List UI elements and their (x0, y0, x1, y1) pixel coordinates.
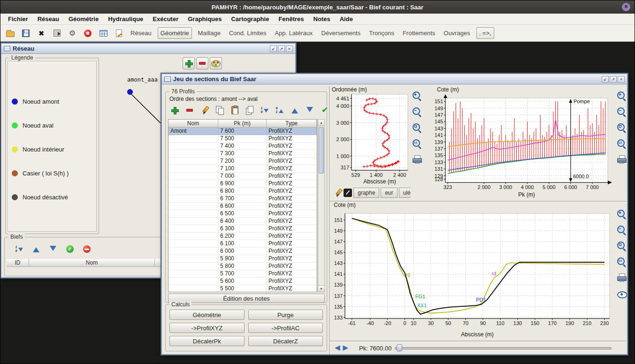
table-button[interactable] (97, 27, 109, 39)
move-down-button[interactable] (304, 104, 316, 116)
menu-cartographie[interactable]: Cartographie (226, 15, 274, 23)
profil-row[interactable]: 7 400ProfilXYZ (168, 143, 317, 150)
profil-row[interactable]: 6 000ProfilXYZ (168, 248, 317, 255)
plot-tab-ulees[interactable]: ulées (399, 188, 411, 198)
darkpen-button[interactable] (344, 187, 352, 199)
profil-row[interactable]: 6 900ProfilXYZ (168, 180, 317, 188)
copy-button[interactable] (214, 104, 226, 116)
move-up-button[interactable] (30, 243, 42, 255)
upstream-node[interactable] (128, 90, 133, 95)
plot-tab-graphe[interactable]: graphe (353, 188, 379, 198)
add-button[interactable] (168, 104, 181, 116)
sections-titlebar[interactable]: Jeu de sections du Bief Saar ↙↗× (162, 74, 627, 84)
edit-button[interactable] (199, 104, 211, 116)
cross-plot[interactable]: -61-40-200103050709011013015017019021023… (333, 208, 614, 339)
profil-row[interactable]: 7 500ProfilXYZ (168, 135, 317, 143)
profil-row[interactable]: 5 500ProfilXYZ (168, 285, 317, 292)
paste-button[interactable] (229, 104, 241, 116)
profil-row[interactable]: 6 200ProfilXYZ (168, 233, 317, 240)
network-remove-button[interactable] (196, 57, 208, 69)
plot-tab-eur[interactable]: eur (381, 188, 397, 198)
toolbar-maillage[interactable]: Maillage (196, 28, 223, 38)
plan-plot[interactable]: 5291 4002 4004 4614 0003 0002 0001 00031… (331, 91, 411, 186)
zoom-in-button[interactable]: + (411, 90, 423, 102)
save-button[interactable] (20, 27, 32, 39)
duplicate-button[interactable] (244, 104, 256, 116)
menu-fichier[interactable]: Fichier (3, 15, 33, 23)
zoom-out-button[interactable]: − (615, 224, 627, 236)
sort-asc-button[interactable]: 91 (274, 104, 286, 116)
zoom-sel-button[interactable] (411, 121, 423, 134)
app-titlebar[interactable]: PAMHYR : /home/parouby/MAGE/exemple_saar… (0, 0, 635, 14)
profil-row[interactable]: 7 300ProfilXYZ (168, 150, 317, 158)
zoom-in-button[interactable]: + (615, 90, 627, 102)
sort-desc-button[interactable]: 19 (259, 104, 271, 116)
zoom-in-button[interactable]: + (615, 208, 627, 220)
biefs-header-id[interactable]: ID (7, 259, 29, 267)
reseau-close-button[interactable]: × (286, 46, 293, 52)
toolbar-cond-limites[interactable]: Cond. Limites (227, 28, 268, 38)
calc-profilxyz-button[interactable]: ->ProfilXYZ (169, 323, 245, 333)
sections-close-button[interactable]: × (618, 76, 625, 83)
toolbar-frottements[interactable]: Frottements (400, 28, 437, 38)
zoom-sel-button[interactable] (615, 121, 627, 134)
menu-notes[interactable]: Notes (309, 15, 335, 23)
enable-button[interactable]: ✓ (64, 243, 76, 255)
scrollbar-thumb[interactable] (319, 127, 324, 174)
toolbar-geometrie[interactable]: Géométrie (158, 27, 192, 39)
profil-row[interactable]: 6 800ProfilXYZ (168, 188, 317, 195)
print-button[interactable] (615, 272, 627, 284)
toolbar-app-lateraux[interactable]: App. Latéraux (272, 28, 315, 38)
calc-profilac-button[interactable]: ->ProfilAC (248, 323, 323, 333)
profil-row[interactable]: 6 500ProfilXYZ (168, 210, 317, 218)
calc-purge-button[interactable]: Purge (248, 310, 323, 320)
visible-button[interactable] (615, 288, 627, 300)
menu-aide[interactable]: Aide (335, 15, 358, 23)
reseau-minimize-button[interactable]: ↙ (270, 46, 277, 52)
sections-window[interactable]: Jeu de sections du Bief Saar ↙↗× 76 Prof… (161, 73, 628, 355)
toolbar-reseau[interactable]: Réseau (128, 28, 154, 38)
profil-row[interactable]: 5 600ProfilXYZ (168, 278, 317, 285)
zoom-fit-button[interactable]: 1:1 (615, 137, 627, 150)
sections-maximize-button[interactable]: ↗ (610, 76, 617, 83)
sections-minimize-button[interactable]: ↙ (602, 76, 609, 83)
reseau-maximize-button[interactable]: ↗ (278, 46, 285, 52)
print-button[interactable] (411, 153, 423, 166)
menu-hydraulique[interactable]: Hydraulique (103, 15, 148, 23)
network-add-button[interactable] (183, 57, 195, 69)
profil-row[interactable]: 6 400ProfilXYZ (168, 218, 317, 225)
settings-button[interactable]: ⚙ (66, 27, 78, 39)
toolbar-deversements[interactable]: Déversements (319, 28, 363, 38)
move-up-button[interactable] (289, 104, 301, 116)
scroll-down-icon[interactable]: ▼ (318, 285, 324, 292)
print-button[interactable] (615, 153, 627, 166)
zoom-fit-button[interactable]: 1:1 (615, 256, 627, 268)
menu-geometrie[interactable]: Géométrie (64, 15, 103, 23)
profil-row[interactable]: 7 100ProfilXYZ (168, 165, 317, 173)
zoom-out-button[interactable]: − (411, 106, 423, 118)
slider-thumb[interactable] (397, 344, 402, 351)
profil-row[interactable]: 5 900ProfilXYZ (168, 255, 317, 263)
edit-button[interactable] (334, 187, 342, 199)
profil-row[interactable]: Amont7 600ProfilXYZ (168, 128, 317, 135)
profil-row[interactable]: 7 200ProfilXYZ (168, 158, 317, 165)
app-close-button[interactable]: × (622, 3, 630, 11)
toolbar-[interactable]: . =>, (476, 27, 494, 39)
profil-row[interactable]: 5 800ProfilXYZ (168, 263, 317, 270)
notes-button[interactable] (113, 27, 125, 39)
biefs-header-nom[interactable]: Nom (29, 259, 155, 267)
profil-row[interactable]: 6 600ProfilXYZ (168, 203, 317, 210)
profil-row[interactable]: 6 300ProfilXYZ (168, 225, 317, 233)
column-header-nom[interactable]: Nom (168, 120, 218, 128)
splitter[interactable] (329, 86, 330, 354)
reseau-titlebar[interactable]: Réseau ↙↗× (1, 44, 295, 54)
calc-decalerpk-button[interactable]: DécalerPk (169, 336, 245, 346)
network-palette-button[interactable] (210, 57, 222, 69)
close-button[interactable]: ✖ (35, 27, 47, 39)
menu-fenetres[interactable]: Fenêtres (274, 15, 308, 23)
profil-row[interactable]: 6 100ProfilXYZ (168, 240, 317, 248)
calc-decalerz-button[interactable]: DécalerZ (248, 336, 323, 346)
remove-button[interactable] (184, 104, 196, 116)
profils-scrollbar[interactable]: ▲ ▼ (318, 119, 325, 292)
run-button[interactable] (51, 27, 63, 39)
